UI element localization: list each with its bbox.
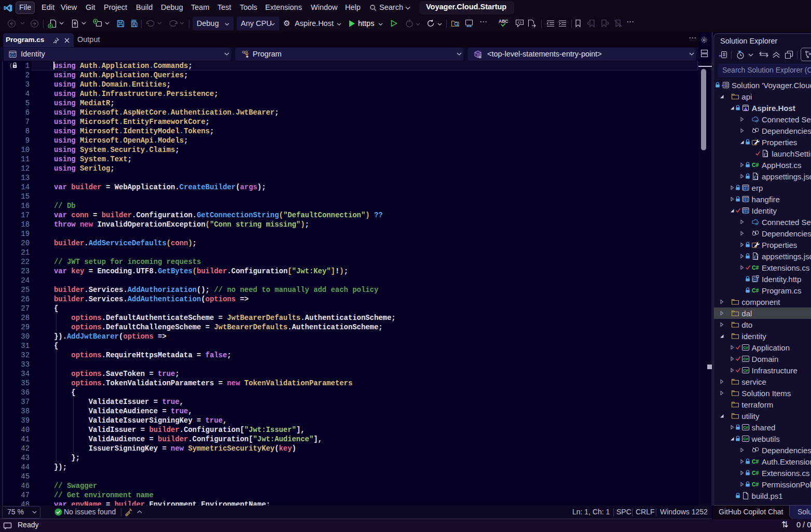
svg-text:C#: C#: [743, 345, 748, 350]
svg-text:ABC: ABC: [499, 19, 508, 24]
svg-text:C#: C#: [743, 357, 748, 361]
svg-text:C#: C#: [743, 437, 748, 441]
svg-text:C#: C#: [743, 425, 748, 430]
svg-text:{}: {}: [753, 255, 758, 259]
svg-text:C#: C#: [752, 264, 759, 271]
svg-text:C#: C#: [752, 481, 759, 487]
svg-text:C#: C#: [752, 470, 759, 476]
svg-text:{}: {}: [753, 175, 758, 179]
svg-text:C#: C#: [743, 368, 748, 373]
svg-text:{}: {}: [764, 152, 768, 157]
svg-text:C#: C#: [752, 287, 759, 293]
svg-text:C#: C#: [752, 162, 759, 168]
svg-text:C#: C#: [752, 458, 759, 465]
